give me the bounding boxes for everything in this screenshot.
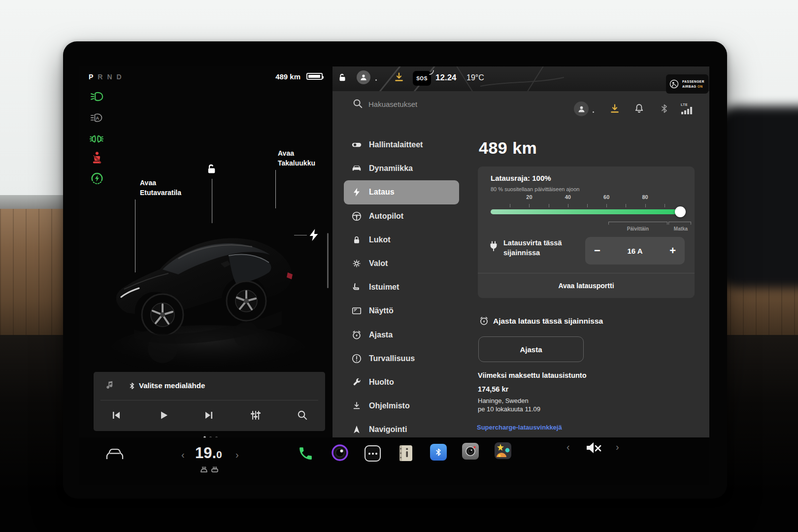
slider-tick [510,204,510,207]
sidebar-item-hallintalaitteet[interactable]: Hallintalaitteet [344,133,459,157]
settings-profile-button[interactable] [574,101,589,116]
media-source-label[interactable]: Valitse medialähde [139,381,205,390]
airbag-line1: PASSENGER [682,79,704,84]
software-download-icon [351,400,363,412]
bluetooth-app-icon[interactable] [430,444,447,461]
open-charge-port-button[interactable]: Avaa latausportti [478,273,695,298]
equalizer-button[interactable] [250,409,262,423]
driver-profile-button[interactable] [357,70,370,84]
steering-wheel-icon [351,210,363,222]
volume-left-chevron[interactable]: ‹ [566,441,570,453]
slider-tick [587,204,588,207]
sidebar-item-label: Hallintalaitteet [369,140,423,149]
manual-app-icon[interactable] [397,444,414,464]
temp-decimal: 0 [216,449,222,460]
software-update-icon[interactable] [609,103,621,117]
play-button[interactable] [158,409,169,423]
low-beam-icon [90,89,104,106]
battery-fill [308,75,320,78]
scroll-indicator[interactable] [327,233,329,288]
phone-app-icon[interactable] [298,445,314,464]
sidebar-item-turvallisuus[interactable]: Turvallisuus [344,347,459,370]
media-search-icon[interactable] [297,409,308,423]
battery-tip [322,76,324,79]
decrease-current-button[interactable]: − [594,245,600,256]
sidebar-item-naytto[interactable]: Näyttö [344,299,459,323]
sidebar-item-lataus[interactable]: Lataus [344,180,459,204]
vehicle-controls-button[interactable] [104,447,125,466]
temp-integer: 19. [195,444,216,462]
sidebar-item-label: Ohjelmisto [369,401,410,410]
sidebar-item-autopilot[interactable]: Autopilot [344,204,459,228]
regen-limited-icon [90,171,104,188]
charge-limit-slider[interactable]: 20 40 60 80 [491,195,684,219]
temp-decrease-chevron[interactable]: ‹ [181,449,185,461]
sidebar-item-label: Huolto [369,378,394,387]
cellular-signal-icon: LTE [681,103,694,116]
sidebar-item-label: Näyttö [369,306,394,315]
sidebar-item-dynamiikka[interactable]: Dynamiikka [344,157,459,180]
bluetooth-status-icon[interactable] [659,103,669,116]
notifications-bell-icon[interactable] [633,103,645,116]
clock: 12.24 [435,73,457,83]
schedule-button[interactable]: Ajasta [478,336,584,362]
zone-trip-label: Matka [670,226,692,232]
defrost-rear-icon[interactable] [211,466,219,475]
seat-icon [351,281,363,293]
media-player: Valitse medialähde [94,372,325,431]
sidebar-item-label: Dynamiikka [369,164,413,173]
sidebar-item-ohjelmisto[interactable]: Ohjelmisto [344,394,459,418]
slider-knob[interactable] [675,206,686,217]
daily-zone-bracket [608,222,667,225]
sidebar-item-ajasta[interactable]: Ajasta [344,323,459,347]
increase-current-button[interactable]: + [669,245,676,256]
vehicle-unlocked-icon[interactable] [337,72,348,85]
trunk-label[interactable]: Avaa Takaluukku [278,148,315,168]
plug-icon [488,240,499,254]
last-session-location: Haninge, Sweden [478,397,529,404]
trip-zone-bracket [668,222,691,225]
schedule-clock-icon [479,316,489,328]
previous-track-button[interactable] [110,409,122,423]
charging-range-heading: 489 km [479,138,537,158]
supercharge-tips-link[interactable]: Supercharge-latausvinkkejä [477,424,562,431]
next-track-button[interactable] [203,409,215,423]
volume-muted-icon[interactable] [585,440,602,457]
temp-increase-chevron[interactable]: › [235,449,239,461]
slider-tick [549,204,549,207]
last-session-title: Viimeksi maksettu latausistunto [478,371,587,379]
charge-port-bolt-icon[interactable] [308,229,319,243]
defrost-front-icon[interactable] [200,466,208,475]
search-input[interactable]: Hakuasetukset [368,100,417,108]
dashcam-app-icon[interactable] [462,443,479,460]
airbag-state: ON [698,85,703,88]
charge-limit-title: Latausraja: 100% [491,174,551,182]
touchscreen: PRND 489 km A [79,66,709,485]
bolt-icon [351,186,363,198]
sidebar-item-valot[interactable]: Valot [344,252,459,275]
charge-current-value: 16 A [627,247,642,255]
update-download-icon[interactable] [393,71,405,85]
sidebar-item-istuimet[interactable]: Istuimet [344,275,459,299]
charge-limit-hint: 80 % suositellaan päivittäiseen ajoon [491,186,579,192]
slider-tick [645,204,646,207]
tesla-dashboard-photo: { "colors": { "accent_green": "#2ecc66",… [0,0,798,532]
battery-icon [306,73,323,80]
more-apps-button[interactable] [365,445,381,462]
sidebar-item-huolto[interactable]: Huolto [344,370,459,394]
cabin-temperature[interactable]: 19.0 [195,444,222,462]
sidebar-item-label: Ajasta [369,331,393,339]
frunk-label[interactable]: Avaa Etutavaratila [140,178,181,198]
settings-menu: Hallintalaitteet Dynamiikka Lataus Autop… [344,133,459,441]
unlock-icon[interactable] [205,162,218,177]
tick-label-80: 80 [642,194,648,200]
toybox-app-icon[interactable] [495,442,511,459]
display-icon [351,305,363,317]
camera-lens-app-icon[interactable] [331,444,349,464]
sidebar-item-lukot[interactable]: Lukot [344,228,459,252]
volume-right-chevron[interactable]: › [616,441,619,453]
frunk-label-line2: Etutavaratila [140,188,181,198]
sos-badge[interactable]: SOS [413,71,431,86]
outside-temperature: 19°C [466,73,484,82]
gear-n: N [107,73,112,81]
